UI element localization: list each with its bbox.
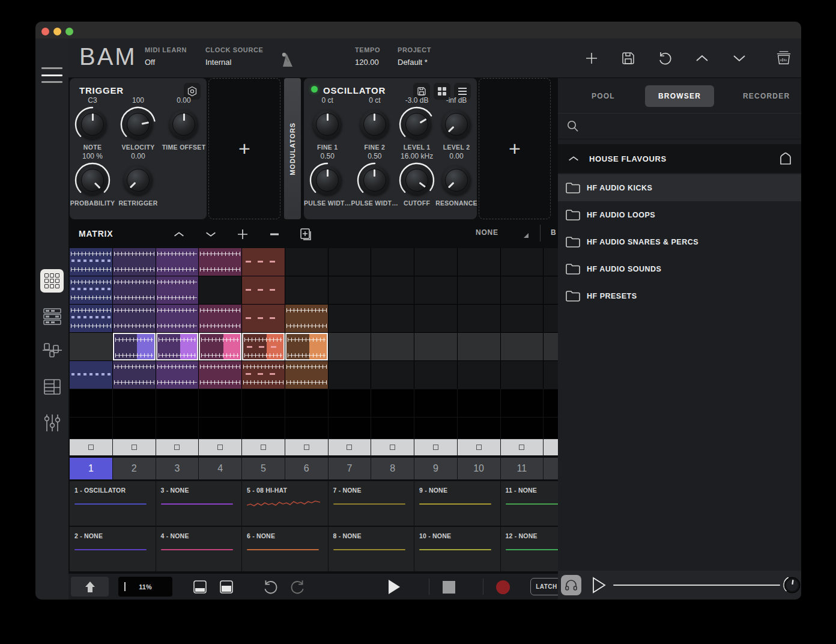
scene-checkbox[interactable] <box>156 439 199 455</box>
add-modulator-slot[interactable]: + <box>208 78 280 219</box>
matrix-cell[interactable] <box>113 248 156 276</box>
scene-checkbox[interactable] <box>458 439 500 455</box>
matrix-cell[interactable] <box>329 361 371 389</box>
clock-source-field[interactable]: CLOCK SOURCE Internal <box>205 46 263 67</box>
view-matrix-button[interactable] <box>40 269 64 293</box>
knob-probability[interactable]: 100 %PROBABILITY <box>70 152 115 207</box>
home-icon[interactable] <box>778 152 793 165</box>
track-pad-11[interactable]: 11 - NONE <box>501 481 559 526</box>
folder-item-hf-audio-loops[interactable]: HF AUDIO LOOPS <box>558 201 801 228</box>
matrix-cell[interactable] <box>156 418 199 439</box>
matrix-cell[interactable] <box>414 361 457 389</box>
matrix-shift-up-icon[interactable] <box>171 226 187 243</box>
move-up-icon[interactable] <box>694 50 710 66</box>
folder-item-hf-audio-snares-percs[interactable]: HF AUDIO SNARES & PERCS <box>558 228 801 255</box>
matrix-remove-icon[interactable] <box>266 226 283 243</box>
move-down-icon[interactable] <box>732 50 747 66</box>
view-sequencer-button[interactable] <box>40 305 64 328</box>
matrix-cell[interactable] <box>242 248 285 276</box>
scene-number-partial[interactable] <box>544 458 558 479</box>
matrix-cell[interactable] <box>414 248 457 276</box>
matrix-cell[interactable] <box>371 333 414 360</box>
matrix-cell[interactable] <box>544 276 558 304</box>
matrix-cell[interactable] <box>285 248 328 276</box>
view-mixer-button[interactable] <box>40 411 64 434</box>
matrix-cell[interactable] <box>199 361 241 389</box>
matrix-add-icon[interactable] <box>234 226 251 243</box>
matrix-cell[interactable] <box>501 333 544 360</box>
pool-basket-icon[interactable] <box>776 50 792 66</box>
zoom-slider-handle[interactable] <box>124 582 126 591</box>
tab-browser[interactable]: BROWSER <box>645 85 714 107</box>
midi-learn-field[interactable]: MIDI LEARN Off <box>145 46 187 67</box>
matrix-cell[interactable] <box>199 305 241 332</box>
play-button[interactable] <box>386 579 402 595</box>
track-pad-10[interactable]: 10 - NONE <box>414 527 500 571</box>
matrix-cell[interactable] <box>70 305 112 332</box>
redo-icon[interactable] <box>288 578 307 596</box>
matrix-cell[interactable] <box>199 333 241 360</box>
matrix-cell[interactable] <box>156 248 199 276</box>
folder-item-hf-audio-kicks[interactable]: HF AUDIO KICKS <box>558 174 801 201</box>
tab-pool[interactable]: POOL <box>581 85 626 107</box>
matrix-cell[interactable] <box>414 389 457 417</box>
track-pad-4[interactable]: 4 - NONE <box>156 527 242 571</box>
track-pad-1[interactable]: 1 - OSCILLATOR <box>70 481 156 526</box>
matrix-cell[interactable] <box>285 361 328 389</box>
knob-pulse-widt-[interactable]: 0.50PULSE WIDT… <box>351 152 399 207</box>
metronome-icon[interactable] <box>280 52 296 67</box>
matrix-cell[interactable] <box>70 389 112 417</box>
matrix-cell[interactable] <box>501 389 544 417</box>
matrix-cell[interactable] <box>113 333 156 360</box>
scene-checkbox[interactable] <box>199 439 241 455</box>
matrix-cell[interactable] <box>544 248 558 276</box>
matrix-cell[interactable] <box>329 276 371 304</box>
view-modulation-button[interactable] <box>40 339 64 362</box>
track-pad-3[interactable]: 3 - NONE <box>156 481 242 526</box>
main-menu-icon[interactable] <box>41 67 62 83</box>
scene-number-6[interactable]: 6 <box>285 458 328 479</box>
view-tracks-button[interactable] <box>40 375 64 398</box>
matrix-cell[interactable] <box>199 418 241 439</box>
undo-icon[interactable] <box>657 50 673 66</box>
tab-recorder[interactable]: RECORDER <box>732 85 801 107</box>
matrix-cell[interactable] <box>371 418 414 439</box>
matrix-cell[interactable] <box>544 305 558 332</box>
matrix-cell[interactable] <box>501 305 544 332</box>
matrix-cell[interactable] <box>329 418 371 439</box>
matrix-cell[interactable] <box>544 418 558 439</box>
zoom-slider[interactable]: 11% <box>118 577 172 597</box>
close-window-button[interactable] <box>41 28 49 35</box>
matrix-cell[interactable] <box>199 389 241 417</box>
search-field[interactable] <box>558 113 801 139</box>
matrix-cell[interactable] <box>501 361 544 389</box>
knob-velocity[interactable]: 100VELOCITY <box>115 96 161 151</box>
scene-checkbox[interactable] <box>285 439 328 455</box>
panel-collapse-button[interactable] <box>71 577 109 597</box>
matrix-cell[interactable] <box>199 276 241 304</box>
matrix-cell[interactable] <box>285 305 328 332</box>
matrix-cell[interactable] <box>285 389 328 417</box>
knob-fine-1[interactable]: 0 ctFINE 1 <box>304 96 351 151</box>
matrix-cell[interactable] <box>242 418 285 439</box>
matrix-cell[interactable] <box>242 389 285 417</box>
matrix-cell[interactable] <box>371 276 414 304</box>
track-pad-9[interactable]: 9 - NONE <box>414 481 500 526</box>
matrix-cell[interactable] <box>242 361 285 389</box>
matrix-cell[interactable] <box>199 248 241 276</box>
scene-number-7[interactable]: 7 <box>329 458 371 479</box>
matrix-cell[interactable] <box>458 276 500 304</box>
matrix-cell[interactable] <box>113 418 156 439</box>
matrix-cell[interactable] <box>242 276 285 304</box>
matrix-cell[interactable] <box>371 389 414 417</box>
matrix-cell[interactable] <box>544 389 558 417</box>
project-field[interactable]: PROJECT Default * <box>398 46 431 67</box>
matrix-cell[interactable] <box>544 333 558 360</box>
scene-number-5[interactable]: 5 <box>242 458 285 479</box>
minimize-window-button[interactable] <box>53 28 61 35</box>
scene-number-11[interactable]: 11 <box>501 458 544 479</box>
track-pad-5[interactable]: 5 - 08 HI-HAT <box>242 481 328 526</box>
scene-number-2[interactable]: 2 <box>113 458 156 479</box>
scene-checkbox[interactable] <box>329 439 371 455</box>
matrix-cell[interactable] <box>113 389 156 417</box>
